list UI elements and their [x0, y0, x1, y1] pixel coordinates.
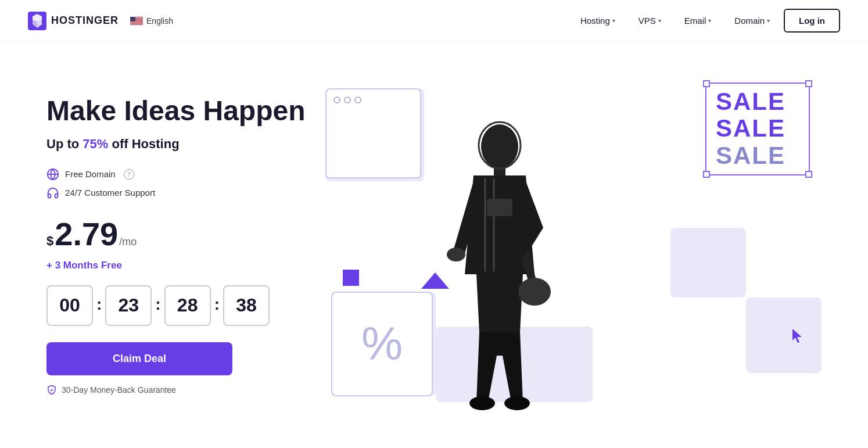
shield-icon: [46, 385, 57, 395]
guarantee-text: 30-Day Money-Back Guarantee: [62, 385, 176, 395]
price-mo: /mo: [119, 236, 137, 248]
navbar-right: Hosting ▾ VPS ▾ Email ▾ Domain ▾ Log in: [571, 9, 840, 33]
logo-icon: [28, 12, 46, 30]
main-content: Make Ideas Happen Up to 75% off Hosting …: [0, 42, 868, 448]
timer-seconds: 28: [164, 285, 211, 326]
percent-card: %: [331, 292, 433, 396]
browser-dot-2: [344, 96, 351, 103]
language-label: English: [146, 16, 173, 26]
timer-separator-3: :: [214, 295, 220, 316]
nav-hosting[interactable]: Hosting ▾: [571, 11, 625, 30]
corner-bl: [703, 171, 710, 178]
feature-support: 24/7 Customer Support: [46, 187, 325, 199]
deco-block-5: [670, 228, 746, 298]
svg-rect-12: [130, 23, 143, 24]
browser-dots: [333, 96, 413, 103]
feature-domain: Free Domain ?: [46, 168, 325, 181]
price-dollar: $: [46, 234, 53, 249]
svg-point-23: [504, 396, 530, 410]
browser-dot-1: [333, 96, 340, 103]
logo[interactable]: HOSTINGER: [28, 12, 119, 30]
sale-text-1: SALE: [716, 88, 785, 115]
browser-mockup-card: [325, 88, 421, 178]
chevron-down-icon: ▾: [767, 17, 770, 24]
timer-hours-block: 00: [46, 285, 93, 326]
nav-vps[interactable]: VPS ▾: [629, 11, 670, 30]
sale-text-3: SALE: [716, 142, 785, 169]
navbar: HOSTINGER English Host: [0, 0, 868, 42]
chevron-down-icon: ▾: [658, 17, 661, 24]
timer-seconds-block: 28: [164, 285, 211, 326]
svg-point-20: [447, 248, 465, 261]
svg-rect-9: [130, 21, 143, 22]
corner-tr: [805, 80, 812, 87]
hero-graphic: % SALE SALE SALE: [325, 77, 822, 414]
countdown-timer: 00 : 23 : 28 : 38: [46, 285, 325, 326]
question-icon[interactable]: ?: [124, 169, 134, 180]
chevron-down-icon: ▾: [708, 17, 711, 24]
timer-frames-block: 38: [223, 285, 270, 326]
hero-section: Make Ideas Happen Up to 75% off Hosting …: [46, 95, 325, 395]
svg-rect-13: [130, 24, 143, 24]
driver-silhouette: [436, 112, 564, 414]
timer-separator-2: :: [155, 295, 160, 316]
corner-tl: [703, 80, 710, 87]
browser-dot-3: [354, 96, 361, 103]
svg-rect-10: [130, 22, 143, 23]
language-selector[interactable]: English: [130, 16, 173, 26]
features-list: Free Domain ? 24/7 Customer Support: [46, 168, 325, 199]
nav-email[interactable]: Email ▾: [675, 11, 721, 30]
logo-text: HOSTINGER: [51, 15, 119, 27]
price-main: 2.79: [55, 218, 118, 250]
svg-rect-18: [494, 164, 505, 175]
sale-box: SALE SALE SALE: [705, 83, 810, 175]
timer-minutes-block: 23: [105, 285, 152, 326]
sale-text-2: SALE: [716, 115, 785, 142]
timer-minutes: 23: [105, 285, 152, 326]
timer-separator-1: :: [96, 295, 102, 316]
hero-subtitle: Up to 75% off Hosting: [46, 137, 325, 152]
svg-rect-11: [130, 23, 143, 23]
svg-rect-14: [130, 17, 135, 21]
svg-point-17: [481, 124, 518, 169]
guarantee-section: 30-Day Money-Back Guarantee: [46, 385, 325, 395]
navbar-left: HOSTINGER English: [28, 12, 173, 30]
globe-icon: [46, 168, 59, 181]
login-button[interactable]: Log in: [784, 9, 840, 33]
svg-point-21: [518, 278, 551, 306]
timer-frames: 38: [223, 285, 270, 326]
percent-symbol: %: [361, 321, 403, 367]
timer-hours: 00: [46, 285, 93, 326]
price-section: $ 2.79 /mo: [46, 218, 325, 250]
svg-rect-8: [130, 21, 143, 21]
svg-rect-24: [487, 199, 512, 216]
corner-br: [805, 171, 812, 178]
cursor-arrow-icon: [790, 328, 804, 344]
claim-deal-button[interactable]: Claim Deal: [46, 342, 232, 375]
nav-domain[interactable]: Domain ▾: [725, 11, 779, 30]
hero-title: Make Ideas Happen: [46, 95, 325, 127]
deco-block-6: [746, 298, 822, 373]
driver-figure: [418, 100, 581, 414]
chevron-down-icon: ▾: [612, 17, 615, 24]
headset-icon: [46, 187, 59, 199]
flag-icon: [130, 17, 143, 25]
svg-point-22: [469, 396, 495, 410]
bonus-text: + 3 Months Free: [46, 260, 325, 271]
deco-purple-square: [343, 270, 359, 286]
